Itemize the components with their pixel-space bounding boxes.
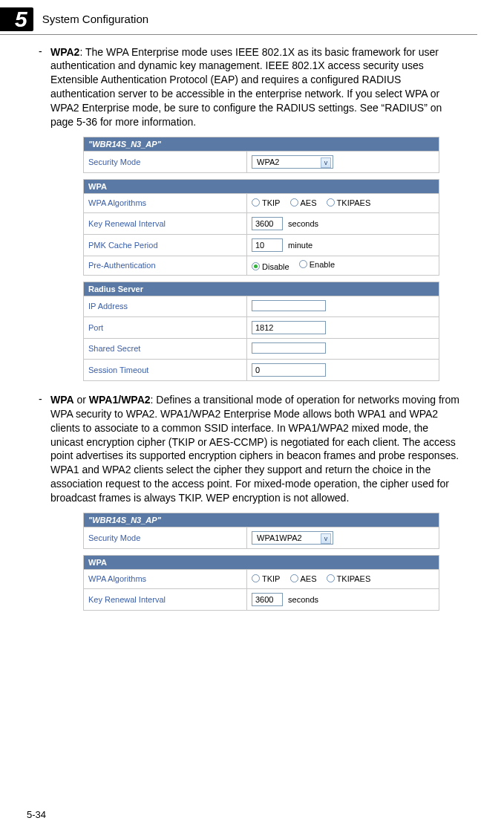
bullet-mid: or: [74, 394, 89, 406]
radio-aes[interactable]: AES: [290, 574, 317, 583]
security-mode-table: Security Mode WPA2 v: [83, 151, 439, 173]
security-mode-value: WPA2: [257, 157, 279, 166]
bullet-body: : The WPA Enterprise mode uses IEEE 802.…: [50, 46, 442, 128]
radius-settings-table: IP Address Port 1812 Shared Secret Sessi…: [83, 296, 439, 381]
key-renewal-unit: seconds: [288, 219, 318, 228]
radio-label: Disable: [262, 262, 289, 271]
pmk-cache-input[interactable]: 10: [252, 238, 283, 252]
ip-address-input[interactable]: [252, 300, 326, 311]
security-mode-label: Security Mode: [84, 527, 247, 548]
radio-label: TKIPAES: [337, 198, 371, 207]
key-renewal-input[interactable]: 3600: [252, 217, 283, 230]
bullet-wpa2: - WPA2: The WPA Enterprise mode uses IEE…: [39, 45, 464, 129]
radio-icon: [252, 574, 260, 582]
radio-enable[interactable]: Enable: [299, 260, 335, 269]
radio-tkip[interactable]: TKIP: [252, 574, 280, 583]
bullet-dash: -: [39, 393, 50, 505]
wpa-algorithms-value: TKIP AES TKIPAES: [247, 569, 439, 588]
bullet-text: WPA or WPA1/WPA2: Defines a transitional…: [50, 393, 464, 505]
radio-label: AES: [301, 574, 317, 583]
chevron-down-icon: v: [321, 533, 331, 544]
bullet-wpa1wpa2: - WPA or WPA1/WPA2: Defines a transition…: [39, 393, 464, 505]
radio-icon: [327, 198, 335, 207]
key-renewal-label: Key Renewal Interval: [84, 588, 247, 610]
chapter-header: 5 System Configuration: [0, 0, 477, 35]
security-mode-select[interactable]: WPA2 v: [252, 155, 333, 169]
bullet-lead1: WPA: [50, 394, 74, 406]
session-timeout-label: Session Timeout: [84, 359, 247, 380]
radio-aes[interactable]: AES: [290, 198, 317, 207]
shared-secret-input[interactable]: [252, 342, 326, 354]
session-timeout-input[interactable]: 0: [252, 363, 326, 377]
radio-icon: [252, 198, 260, 207]
wpa-settings-table: WPA Algorithms TKIP AES TKIPAES Key Rene…: [83, 569, 439, 611]
bullet-dash: -: [39, 45, 50, 129]
wpa-header: WPA: [83, 179, 439, 193]
bullet-lead2: WPA1/WPA2: [89, 394, 151, 406]
radio-label: Enable: [310, 260, 335, 269]
key-renewal-label: Key Renewal Interval: [84, 212, 247, 234]
radio-disable[interactable]: Disable: [252, 262, 289, 271]
bullet-body: : Defines a transitional mode of operati…: [50, 394, 459, 504]
radio-label: TKIPAES: [337, 574, 371, 583]
pmk-cache-unit: minute: [288, 241, 312, 250]
port-input[interactable]: 1812: [252, 321, 326, 334]
security-mode-select[interactable]: WPA1WPA2 v: [252, 531, 333, 545]
radio-label: TKIP: [262, 198, 280, 207]
chapter-number-box: 5: [0, 7, 33, 31]
ssid-header: "WBR14S_N3_AP": [83, 137, 439, 151]
ssid-header: "WBR14S_N3_AP": [83, 513, 439, 527]
page-number: 5-34: [27, 809, 46, 820]
radius-header: Radius Server: [83, 282, 439, 296]
bullet-lead: WPA2: [50, 46, 79, 58]
chapter-title: System Configuration: [42, 13, 148, 25]
radio-tkipaes[interactable]: TKIPAES: [327, 574, 371, 583]
radio-icon: [290, 574, 298, 582]
wpa-header: WPA: [83, 555, 439, 569]
radio-icon: [299, 260, 307, 268]
radio-label: AES: [301, 198, 317, 207]
wpa-settings-table: WPA Algorithms TKIP AES TKIPAES Key Rene…: [83, 193, 439, 276]
key-renewal-input[interactable]: 3600: [252, 593, 283, 606]
security-mode-label: Security Mode: [84, 151, 247, 172]
radio-icon: [290, 198, 298, 207]
chevron-down-icon: v: [321, 157, 331, 168]
radio-label: TKIP: [262, 574, 280, 583]
pmk-cache-label: PMK Cache Period: [84, 234, 247, 256]
wpa-algorithms-label: WPA Algorithms: [84, 193, 247, 212]
radio-tkipaes[interactable]: TKIPAES: [327, 198, 371, 207]
ip-address-label: IP Address: [84, 296, 247, 316]
chapter-number: 5: [0, 7, 33, 31]
radio-tkip[interactable]: TKIP: [252, 198, 280, 207]
radio-icon: [252, 262, 260, 270]
security-mode-table: Security Mode WPA1WPA2 v: [83, 527, 439, 549]
body: - WPA2: The WPA Enterprise mode uses IEE…: [39, 45, 464, 611]
shared-secret-label: Shared Secret: [84, 338, 247, 359]
wpa-algorithms-value: TKIP AES TKIPAES: [247, 193, 439, 212]
config-panel-wpa2: "WBR14S_N3_AP" Security Mode WPA2 v WPA …: [83, 137, 439, 381]
bullet-text: WPA2: The WPA Enterprise mode uses IEEE …: [50, 45, 464, 129]
config-panel-wpa1wpa2: "WBR14S_N3_AP" Security Mode WPA1WPA2 v …: [83, 513, 439, 611]
port-label: Port: [84, 316, 247, 338]
key-renewal-unit: seconds: [288, 595, 318, 604]
preauth-label: Pre-Authentication: [84, 256, 247, 275]
security-mode-value: WPA1WPA2: [257, 533, 302, 542]
wpa-algorithms-label: WPA Algorithms: [84, 569, 247, 588]
radio-icon: [327, 574, 335, 582]
